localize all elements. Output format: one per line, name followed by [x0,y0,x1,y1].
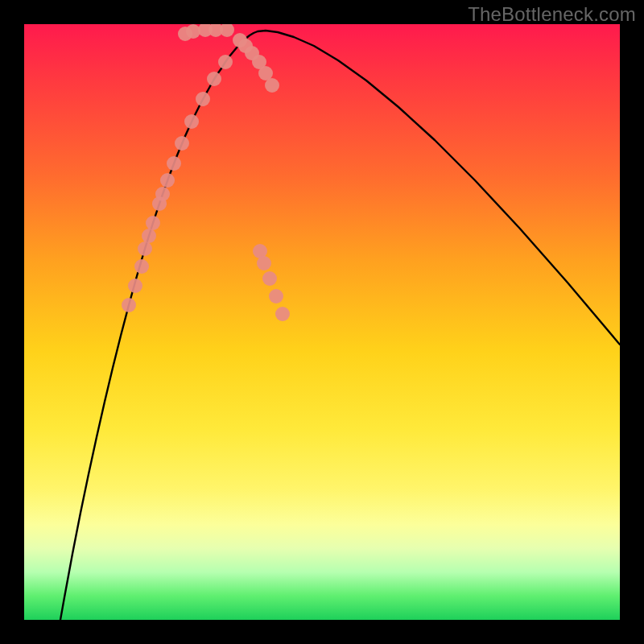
chart-svg [24,24,620,620]
chart-plot-area [24,24,620,620]
data-marker [262,271,277,286]
data-marker [134,259,149,274]
data-marker [184,114,199,129]
data-marker [146,216,160,230]
data-marker [196,92,210,106]
watermark-text: TheBottleneck.com [468,3,636,26]
data-marker [220,24,234,37]
chart-frame: TheBottleneck.com [0,0,644,644]
data-marker [142,229,156,243]
data-marker [160,173,175,188]
data-marker [122,298,136,312]
data-marker [167,156,181,171]
data-marker [207,72,221,86]
data-marker [275,307,290,321]
data-marker [257,256,271,270]
data-marker [269,289,283,303]
data-marker [128,279,142,293]
data-marker [138,242,152,256]
data-marker [218,55,233,69]
data-marker [265,78,279,93]
data-marker [175,136,189,151]
data-marker [155,187,170,201]
bottleneck-curve [60,31,620,620]
